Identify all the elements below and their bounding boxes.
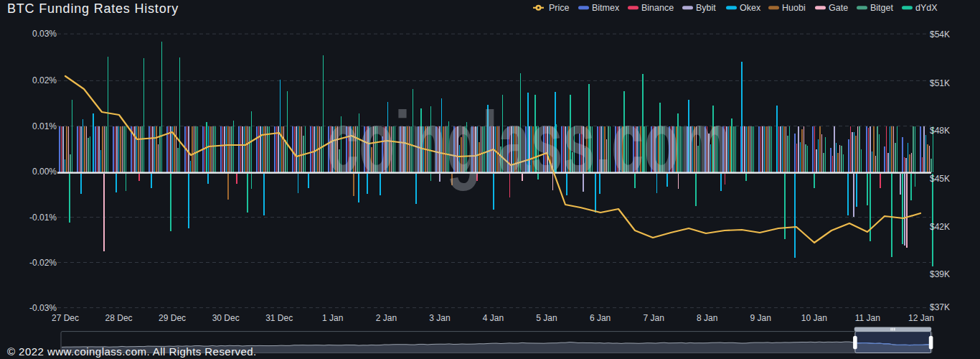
svg-text:0.01%: 0.01% (32, 121, 57, 131)
svg-text:$42K: $42K (930, 222, 950, 232)
svg-text:3 Jan: 3 Jan (429, 313, 450, 323)
svg-text:9 Jan: 9 Jan (750, 313, 771, 323)
svg-text:Binance: Binance (641, 3, 674, 13)
svg-text:7 Jan: 7 Jan (644, 313, 664, 323)
svg-text:11 Jan: 11 Jan (855, 313, 880, 323)
svg-text:4 Jan: 4 Jan (483, 313, 504, 323)
svg-text:Huobi: Huobi (782, 3, 806, 13)
svg-text:0.02%: 0.02% (32, 75, 57, 85)
svg-text:$51K: $51K (930, 78, 950, 88)
svg-text:$48K: $48K (930, 126, 950, 136)
svg-text:Price: Price (549, 3, 570, 13)
svg-text:31 Dec: 31 Dec (265, 313, 293, 323)
svg-text:10 Jan: 10 Jan (801, 313, 827, 323)
svg-text:28 Dec: 28 Dec (105, 313, 133, 323)
svg-text:29 Dec: 29 Dec (159, 313, 186, 323)
svg-text:Gate: Gate (829, 3, 848, 13)
svg-text:2 Jan: 2 Jan (376, 313, 397, 323)
svg-text:1 Jan: 1 Jan (322, 313, 343, 323)
svg-text:Bitget: Bitget (870, 3, 893, 13)
svg-text:5 Jan: 5 Jan (536, 313, 557, 323)
svg-text:6 Jan: 6 Jan (590, 313, 611, 323)
svg-text:$45K: $45K (930, 174, 950, 184)
svg-text:© 2022 www.coinglass.com. All: © 2022 www.coinglass.com. All Rights Res… (7, 345, 257, 358)
svg-text:30 Dec: 30 Dec (212, 313, 240, 323)
svg-text:-0.01%: -0.01% (29, 213, 57, 223)
svg-text:0.00%: 0.00% (32, 167, 57, 177)
svg-text:-0.02%: -0.02% (29, 258, 57, 268)
svg-text:Bitmex: Bitmex (592, 3, 620, 13)
svg-text:$54K: $54K (930, 29, 950, 39)
svg-text:Bybit: Bybit (696, 3, 716, 13)
svg-text:27 Dec: 27 Dec (52, 313, 79, 323)
svg-text:0.03%: 0.03% (32, 29, 57, 39)
svg-text:dYdX: dYdX (915, 3, 938, 13)
svg-text:8 Jan: 8 Jan (697, 313, 717, 323)
svg-text:-0.03%: -0.03% (29, 303, 57, 313)
svg-text:BTC Funding Rates History: BTC Funding Rates History (7, 1, 179, 16)
svg-text:$37K: $37K (930, 302, 950, 312)
svg-text:12 Jan: 12 Jan (908, 313, 934, 323)
svg-text:coinglass.com: coinglass.com (326, 93, 731, 191)
svg-text:Okex: Okex (740, 3, 761, 13)
svg-text:$39K: $39K (930, 269, 950, 279)
